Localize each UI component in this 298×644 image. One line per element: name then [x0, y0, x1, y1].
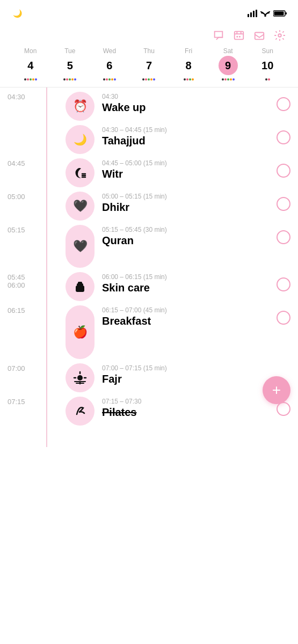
task-time-range: 04:45 – 05:00 (15 min) [102, 159, 271, 167]
settings-icon[interactable] [272, 28, 287, 43]
week-day-10[interactable]: Sun10 [248, 47, 287, 83]
task-title: Pilates [102, 406, 271, 419]
time-label: 05:00 [0, 187, 32, 221]
fab-add-button[interactable]: + [263, 376, 290, 404]
moon-icon: 🌙 [13, 9, 22, 18]
task-checkbox[interactable] [277, 164, 290, 178]
task-checkbox[interactable] [277, 130, 290, 144]
task-row-witr: 04:45 04:45 – 05:00 (15 min) Witr [0, 154, 298, 187]
week-day-4[interactable]: Mon4 [11, 47, 50, 83]
calendar-grid-icon[interactable] [231, 28, 246, 43]
day-dots [265, 76, 270, 83]
task-content: 04:30 – 04:45 (15 min) Tahajjud [95, 121, 277, 154]
task-row-dhikr: 05:00 🖤 05:00 – 05:15 (15 min) Dhikr [0, 187, 298, 221]
task-icon [66, 363, 95, 392]
svg-rect-2 [253, 11, 255, 17]
task-row-tahajjud: 🌙 04:30 – 04:45 (15 min) Tahajjud [0, 121, 298, 154]
header [0, 24, 298, 45]
task-title: Skin care [102, 282, 271, 294]
day-dots [222, 76, 235, 83]
week-day-7[interactable]: Thu7 [129, 47, 169, 83]
day-number[interactable]: 10 [258, 56, 277, 75]
task-checkbox[interactable] [277, 97, 290, 111]
day-dots [142, 76, 155, 83]
svg-rect-13 [239, 36, 241, 38]
day-dots [184, 76, 194, 83]
chat-icon[interactable] [211, 28, 226, 43]
task-row-fajr: 07:00 07:00 – 07:15 (15 min) Fajr [0, 359, 298, 392]
day-number[interactable]: 8 [179, 56, 198, 75]
svg-point-4 [264, 15, 266, 17]
task-content: 07:15 – 07:30 Pilates [95, 392, 277, 426]
header-icons [211, 28, 287, 43]
timeline: 04:30 ⏰ 04:30 Wake up 🌙 04:30 – 04:45 (1… [0, 87, 298, 447]
task-content: 04:30 Wake up [95, 87, 277, 121]
inbox-icon[interactable] [252, 28, 267, 43]
task-content: 06:15 – 07:00 (45 min) Breakfast [95, 301, 277, 359]
task-time-range: 05:00 – 05:15 (15 min) [102, 193, 271, 200]
svg-rect-3 [256, 10, 257, 17]
task-content: 05:00 – 05:15 (15 min) Dhikr [95, 187, 277, 221]
svg-rect-6 [274, 12, 284, 16]
task-icon [66, 397, 95, 426]
task-title: Dhikr [102, 201, 271, 214]
day-name: Thu [143, 47, 155, 55]
day-name: Sun [262, 47, 273, 55]
signal-icon [248, 10, 257, 17]
week-day-5[interactable]: Tue5 [50, 47, 90, 83]
task-title: Witr [102, 168, 271, 180]
task-checkbox[interactable] [277, 311, 290, 325]
week-day-8[interactable]: Fri8 [169, 47, 208, 83]
svg-rect-1 [250, 12, 252, 17]
svg-rect-7 [286, 12, 287, 14]
battery-icon [273, 10, 287, 17]
status-bar: 🌙 [0, 0, 298, 24]
day-number[interactable]: 4 [21, 56, 40, 75]
task-time-range: 05:15 – 05:45 (30 min) [102, 226, 271, 233]
task-time-range: 04:30 – 04:45 (15 min) [102, 126, 271, 134]
task-title: Quran [102, 235, 271, 247]
task-time-range: 06:00 – 06:15 (15 min) [102, 273, 271, 281]
svg-point-15 [278, 34, 281, 37]
task-time-range: 07:15 – 07:30 [102, 398, 271, 405]
task-checkbox[interactable] [277, 197, 290, 211]
week-day-9[interactable]: Sat9 [208, 47, 248, 83]
status-icons [248, 10, 287, 17]
task-icon: 🖤 [66, 192, 95, 221]
day-number[interactable]: 6 [100, 56, 119, 75]
day-number[interactable]: 9 [219, 56, 238, 75]
task-checkbox[interactable] [277, 277, 290, 291]
svg-rect-0 [248, 14, 249, 17]
task-row-wakeup: 04:30 ⏰ 04:30 Wake up [0, 87, 298, 121]
task-checkbox[interactable] [277, 402, 290, 416]
task-content: 06:00 – 06:15 (15 min) Skin care [95, 268, 277, 301]
task-time-range: 04:30 [102, 93, 271, 100]
task-row-pilates: 07:15 07:15 – 07:30 Pilates [0, 392, 298, 426]
time-label: 04:45 [0, 154, 32, 187]
time-label: 07:00 [0, 359, 32, 392]
time-label [0, 121, 32, 154]
task-title: Breakfast [102, 315, 271, 327]
day-dots [103, 76, 116, 83]
day-number[interactable]: 5 [60, 56, 79, 75]
time-label: 05:15 [0, 221, 32, 268]
day-name: Tue [64, 47, 75, 55]
day-number[interactable]: 7 [139, 56, 158, 75]
day-name: Wed [103, 47, 116, 55]
day-dots [24, 76, 37, 83]
task-icon [66, 158, 95, 187]
day-name: Sat [223, 47, 233, 55]
svg-rect-8 [235, 32, 244, 40]
time-label: 06:15 [0, 301, 32, 359]
time-label: 05:45 06:00 [0, 268, 32, 301]
svg-rect-12 [236, 36, 238, 38]
day-name: Fri [185, 47, 192, 55]
task-title: Wake up [102, 101, 271, 114]
task-icon: 🍎 [66, 305, 95, 359]
task-content: 05:15 – 05:45 (30 min) Quran [95, 221, 277, 268]
task-title: Fajr [102, 373, 241, 385]
task-checkbox[interactable] [277, 230, 290, 244]
week-day-6[interactable]: Wed6 [90, 47, 129, 83]
svg-rect-19 [76, 286, 84, 292]
wifi-icon [260, 10, 270, 17]
